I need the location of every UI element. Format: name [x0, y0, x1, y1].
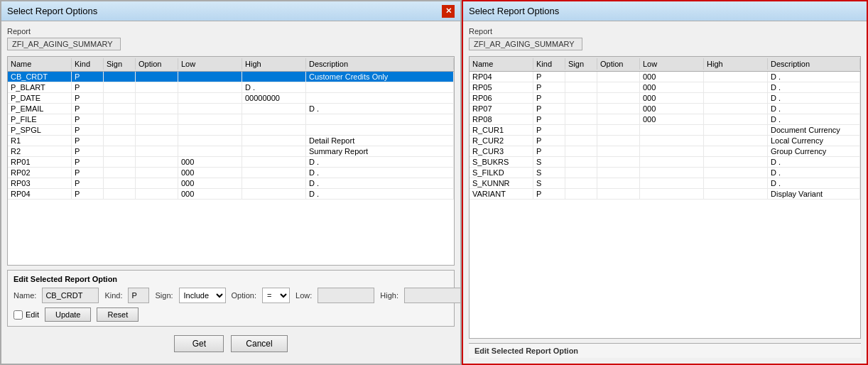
right-table-row[interactable]: S_BUKRS S D . — [470, 157, 860, 168]
right-dialog-title: Select Report Options — [469, 6, 559, 16]
cell-kind: P — [72, 157, 104, 167]
option-select[interactable]: = >= <= — [262, 288, 290, 303]
cell-name: RP02 — [8, 168, 72, 178]
cell-low: 000 — [178, 157, 242, 167]
col-header-low: Low — [178, 58, 242, 70]
low-input[interactable] — [318, 288, 374, 303]
right-table-row[interactable]: RP08 P 000 D . — [470, 114, 860, 125]
cell-sign — [565, 114, 597, 124]
cell-desc: D . — [306, 178, 454, 188]
cell-kind: P — [533, 82, 565, 92]
cell-low — [640, 178, 704, 188]
cell-option — [597, 93, 640, 103]
cell-high — [242, 146, 306, 156]
cell-desc — [306, 93, 454, 103]
right-table-row[interactable]: S_FILKD S D . — [470, 168, 860, 178]
edit-fields-row: Name: Kind: Sign: Include Exclude Option… — [13, 288, 448, 303]
kind-input[interactable] — [128, 288, 149, 303]
cell-high — [242, 125, 306, 135]
high-field-label: High: — [380, 291, 398, 300]
sign-select[interactable]: Include Exclude — [179, 288, 226, 303]
cell-option — [136, 189, 178, 199]
left-table-row[interactable]: RP04 P 000 D . — [8, 189, 454, 200]
left-table-row[interactable]: P_EMAIL P D . — [8, 104, 454, 114]
left-table-body[interactable]: CB_CRDT P Customer Credits Only P_BLART … — [8, 72, 454, 265]
right-table-row[interactable]: RP07 P 000 D . — [470, 104, 860, 114]
left-table-row[interactable]: R1 P Detail Report — [8, 136, 454, 146]
cell-high — [242, 72, 306, 82]
cell-option — [136, 125, 178, 135]
cell-kind: P — [72, 114, 104, 124]
cell-name: P_BLART — [8, 82, 72, 92]
left-table-row[interactable]: P_BLART P D . — [8, 82, 454, 93]
left-table-row[interactable]: P_DATE P 00000000 — [8, 93, 454, 104]
cell-kind: P — [533, 104, 565, 114]
cell-name: RP03 — [8, 178, 72, 188]
cell-option — [136, 114, 178, 124]
right-table-row[interactable]: RP04 P 000 D . — [470, 72, 860, 82]
left-table-row[interactable]: RP03 P 000 D . — [8, 178, 454, 189]
update-button[interactable]: Update — [45, 307, 91, 322]
close-button[interactable]: ✕ — [442, 5, 455, 18]
cell-sign — [104, 146, 136, 156]
report-label-left: Report — [7, 27, 455, 36]
left-table-row[interactable]: P_SPGL P — [8, 125, 454, 136]
high-input[interactable] — [404, 288, 460, 303]
cell-option — [597, 157, 640, 167]
right-table-row[interactable]: R_CUR3 P Group Currency — [470, 146, 860, 157]
bottom-buttons: Get Cancel — [7, 329, 455, 358]
report-name-left: ZFI_AR_AGING_SUMMARY — [7, 38, 121, 50]
cell-name: R2 — [8, 146, 72, 156]
cell-option — [136, 146, 178, 156]
left-table-row[interactable]: CB_CRDT P Customer Credits Only — [8, 72, 454, 82]
cell-kind: P — [533, 125, 565, 135]
cell-name: RP06 — [470, 93, 533, 103]
cell-name: R_CUR1 — [470, 125, 533, 135]
right-table-row[interactable]: R_CUR2 P Local Currency — [470, 136, 860, 146]
cell-low: 000 — [640, 72, 704, 82]
cell-desc: Document Currency — [768, 125, 860, 135]
option-field-label: Option: — [232, 291, 256, 300]
cell-name: S_BUKRS — [470, 157, 533, 167]
reset-button[interactable]: Reset — [97, 307, 139, 322]
cell-desc: Customer Credits Only — [306, 72, 454, 82]
cell-name: RP01 — [8, 157, 72, 167]
left-table-row[interactable]: RP01 P 000 D . — [8, 157, 454, 168]
cell-sign — [104, 189, 136, 199]
left-table-row[interactable]: R2 P Summary Report — [8, 146, 454, 157]
left-table-row[interactable]: RP02 P 000 D . — [8, 168, 454, 178]
edit-section-title: Edit Selected Report Option — [13, 275, 448, 283]
col-header-name: Name — [8, 58, 72, 70]
rcol-header-high: High — [704, 58, 768, 70]
right-table-row[interactable]: RP06 P 000 D . — [470, 93, 860, 104]
cell-option — [597, 146, 640, 156]
name-input[interactable] — [42, 288, 99, 303]
get-button[interactable]: Get — [174, 335, 224, 352]
cell-option — [136, 178, 178, 188]
right-table-row[interactable]: R_CUR1 P Document Currency — [470, 125, 860, 136]
right-table-row[interactable]: RP05 P 000 D . — [470, 82, 860, 93]
cell-option — [597, 189, 640, 199]
cell-option — [136, 93, 178, 103]
rcol-header-sign: Sign — [565, 58, 597, 70]
cell-option — [597, 82, 640, 92]
cell-desc: Local Currency — [768, 136, 860, 146]
edit-checkbox-label[interactable]: Edit — [13, 310, 39, 320]
left-table-row[interactable]: P_FILE P — [8, 114, 454, 125]
right-table-row[interactable]: S_KUNNR S D . — [470, 178, 860, 189]
edit-checkbox[interactable] — [13, 310, 23, 320]
cell-low — [178, 114, 242, 124]
cell-sign — [104, 125, 136, 135]
cell-desc: D . — [768, 157, 860, 167]
right-dialog: Select Report Options Report ZFI_AR_AGIN… — [462, 0, 868, 365]
col-header-sign: Sign — [104, 58, 136, 70]
right-table-body[interactable]: RP04 P 000 D . RP05 P 000 D . RP06 P 000… — [470, 72, 860, 338]
cell-sign — [565, 93, 597, 103]
cell-sign — [104, 93, 136, 103]
cell-low — [178, 93, 242, 103]
cancel-button[interactable]: Cancel — [231, 335, 287, 352]
cell-sign — [565, 72, 597, 82]
cell-name: RP08 — [470, 114, 533, 124]
edit-section: Edit Selected Report Option Name: Kind: … — [7, 270, 455, 327]
right-table-row[interactable]: VARIANT P Display Variant — [470, 189, 860, 200]
